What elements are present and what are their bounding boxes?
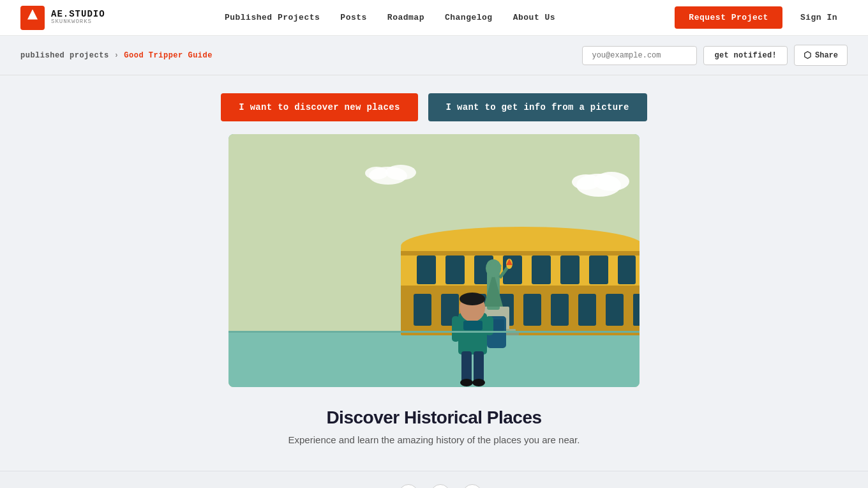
nav-published-projects[interactable]: Published Projects	[225, 13, 320, 22]
breadcrumb-actions: get notified! ⬡ Share	[582, 45, 848, 66]
svg-point-6	[385, 165, 416, 180]
nav-links: Published Projects Posts Roadmap Changel…	[225, 13, 555, 22]
nav-about-us[interactable]: About Us	[513, 13, 555, 22]
main-content: I want to discover new places I want to …	[0, 75, 868, 455]
svg-rect-18	[618, 255, 636, 284]
tab-discover-places[interactable]: I want to discover new places	[221, 93, 417, 121]
svg-rect-15	[532, 255, 551, 284]
page-title: Discover Historical Places	[20, 408, 848, 428]
title-part2: Places	[487, 408, 542, 427]
title-part1: Discover Historical	[326, 408, 482, 427]
logo-link[interactable]: AE.STUDIO SKUNKWORKS	[20, 6, 105, 30]
svg-rect-63	[228, 331, 640, 333]
svg-rect-26	[606, 294, 624, 326]
logo-icon	[20, 6, 45, 30]
svg-rect-60	[452, 316, 460, 342]
svg-rect-56	[461, 351, 472, 383]
svg-rect-25	[578, 294, 596, 326]
hero-svg	[228, 134, 640, 387]
logo-ae: AE.STUDIO	[51, 10, 105, 19]
request-project-button[interactable]: Request Project	[675, 6, 782, 29]
svg-rect-24	[551, 294, 569, 326]
nav-right: Request Project Sign In	[675, 6, 848, 29]
svg-rect-12	[445, 255, 465, 284]
page-description: Experience and learn the amazing history…	[20, 434, 848, 445]
hero-section	[0, 121, 868, 387]
share-label: Share	[815, 51, 838, 60]
nav-posts[interactable]: Posts	[340, 13, 367, 22]
svg-point-59	[472, 379, 485, 386]
svg-rect-23	[523, 294, 541, 326]
svg-point-7	[365, 167, 388, 179]
svg-rect-19	[414, 294, 431, 326]
footer-social: in	[399, 484, 482, 488]
svg-rect-62	[463, 321, 483, 330]
logo-text: AE.STUDIO SKUNKWORKS	[51, 10, 105, 26]
svg-rect-9	[401, 287, 640, 335]
svg-point-53	[460, 293, 485, 305]
footer: AE STUDIO / SAME DAY SKUNKWORKS in Terms…	[0, 471, 868, 488]
twitter-icon[interactable]	[431, 484, 450, 488]
breadcrumb-chevron: ›	[114, 51, 119, 60]
share-button[interactable]: ⬡ Share	[794, 45, 848, 66]
breadcrumb: published projects › Good Tripper Guide …	[0, 36, 868, 75]
hero-illustration	[228, 134, 640, 387]
svg-rect-28	[401, 286, 640, 289]
svg-rect-1	[228, 332, 640, 387]
tab-get-info-picture[interactable]: I want to get info from a picture	[428, 93, 647, 121]
get-notified-button[interactable]: get notified!	[703, 46, 788, 65]
svg-point-58	[460, 379, 473, 386]
nav-changelog[interactable]: Changelog	[445, 13, 493, 22]
svg-rect-16	[560, 255, 580, 284]
logo-sk: SKUNKWORKS	[51, 19, 105, 26]
svg-rect-27	[633, 294, 640, 326]
share-icon: ⬡	[804, 50, 811, 61]
navbar: AE.STUDIO SKUNKWORKS Published Projects …	[0, 0, 868, 36]
svg-rect-57	[474, 351, 484, 383]
breadcrumb-home[interactable]: published projects	[20, 51, 109, 60]
tabs-section: I want to discover new places I want to …	[0, 75, 868, 121]
svg-rect-11	[417, 255, 436, 284]
linkedin-icon[interactable]: in	[399, 484, 418, 488]
nav-roadmap[interactable]: Roadmap	[387, 13, 424, 22]
title-section: Discover Historical Places Experience an…	[0, 387, 868, 455]
email-input[interactable]	[582, 46, 697, 65]
svg-rect-29	[401, 251, 640, 255]
breadcrumb-current: Good Tripper Guide	[124, 51, 213, 60]
svg-rect-17	[589, 255, 608, 284]
svg-point-4	[572, 174, 600, 190]
sign-in-button[interactable]: Sign In	[790, 6, 848, 29]
github-icon[interactable]	[463, 484, 482, 488]
